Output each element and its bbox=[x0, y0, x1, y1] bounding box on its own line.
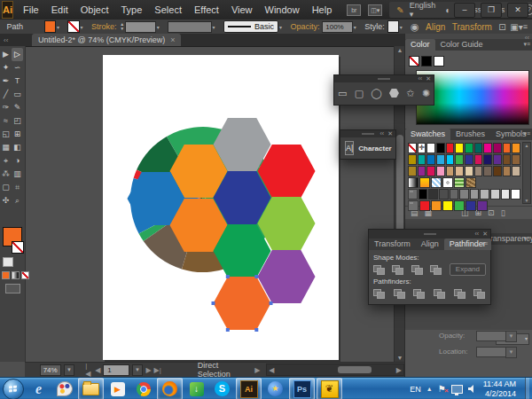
menu-window[interactable]: Window bbox=[259, 0, 306, 20]
align-button[interactable]: Align bbox=[426, 22, 445, 32]
gradient-location-field[interactable] bbox=[476, 347, 506, 357]
collapse-icon[interactable]: ‹‹ bbox=[379, 130, 384, 137]
swatch[interactable] bbox=[419, 200, 430, 211]
swatch[interactable] bbox=[442, 177, 453, 188]
swatch[interactable] bbox=[426, 154, 435, 165]
screen-mode-button[interactable] bbox=[5, 284, 20, 293]
swatch[interactable] bbox=[490, 189, 500, 200]
swatch[interactable] bbox=[474, 166, 483, 176]
tab-transform[interactable]: Transform bbox=[369, 239, 416, 250]
anchor-point[interactable] bbox=[226, 328, 230, 332]
unite-icon[interactable] bbox=[373, 264, 384, 275]
artboard-tool[interactable]: ▢ bbox=[0, 181, 12, 194]
swatch[interactable] bbox=[428, 189, 438, 200]
isolate-selection-icon[interactable]: ▣▾ bbox=[510, 22, 522, 32]
tab-close-icon[interactable]: × bbox=[170, 35, 175, 44]
magic-wand-tool[interactable]: ✦ bbox=[0, 61, 12, 74]
swatch[interactable] bbox=[419, 189, 428, 200]
stroke-weight-stepper[interactable]: ▲▼ bbox=[120, 22, 124, 31]
swatch[interactable] bbox=[466, 200, 476, 211]
stroke-color-swatch[interactable] bbox=[67, 20, 79, 33]
star-icon[interactable]: ✩ bbox=[406, 88, 414, 99]
zoom-tool[interactable]: ⌕ bbox=[12, 194, 23, 207]
windows-explorer-icon[interactable] bbox=[78, 378, 104, 399]
show-desktop-button[interactable] bbox=[525, 378, 529, 399]
line-segment-tool[interactable]: ╱ bbox=[0, 88, 12, 101]
swatch[interactable] bbox=[511, 189, 520, 200]
pencil-tool[interactable]: ✎ bbox=[12, 101, 23, 114]
hand-tool[interactable]: ✣ bbox=[0, 194, 12, 207]
swatch[interactable] bbox=[455, 166, 464, 176]
brush-definition-dropdown[interactable]: Basic bbox=[223, 20, 278, 33]
slice-tool[interactable]: ⌗ bbox=[12, 181, 23, 194]
close-button[interactable]: ✕ bbox=[507, 3, 528, 18]
outline-icon[interactable] bbox=[454, 288, 466, 299]
swatch[interactable]: ✛ bbox=[418, 143, 426, 153]
tab-brushes[interactable]: Brushes bbox=[450, 129, 490, 140]
color-group-folder-icon[interactable] bbox=[408, 200, 419, 211]
swatch[interactable] bbox=[426, 143, 435, 153]
tab-swatches[interactable]: Swatches bbox=[405, 129, 450, 140]
gradient-fill-button[interactable] bbox=[12, 271, 20, 279]
collapse-icon[interactable]: ‹‹ bbox=[418, 75, 422, 82]
panel-menu-icon[interactable]: ▾≡ bbox=[523, 130, 530, 137]
menu-edit[interactable]: Edit bbox=[45, 0, 74, 20]
crop-icon[interactable] bbox=[434, 288, 446, 299]
minus-back-icon[interactable] bbox=[473, 288, 486, 299]
yellow-app-icon[interactable]: ❦ bbox=[317, 378, 342, 399]
style-dropdown-icon[interactable]: ▾ bbox=[400, 24, 403, 30]
swatch[interactable] bbox=[431, 200, 442, 211]
shapes-toolbar-titlebar[interactable]: ‹‹✕ bbox=[334, 75, 434, 82]
width-profile-dropdown-icon[interactable]: ▾ bbox=[213, 24, 215, 30]
swatch[interactable] bbox=[493, 166, 502, 176]
first-artboard-icon[interactable]: |◀ bbox=[85, 362, 92, 378]
swatch[interactable] bbox=[503, 154, 512, 165]
drag-grip[interactable] bbox=[362, 133, 374, 135]
swatch[interactable] bbox=[446, 154, 455, 165]
fill-dropdown-icon[interactable]: ▾ bbox=[57, 24, 59, 30]
color-fill-button[interactable] bbox=[2, 271, 10, 279]
bridge-icon[interactable]: br bbox=[347, 4, 361, 16]
menu-view[interactable]: View bbox=[225, 0, 259, 20]
swatch[interactable] bbox=[455, 143, 464, 153]
column-graph-tool[interactable]: ▥ bbox=[12, 168, 23, 181]
scroll-right-icon[interactable]: ▶ bbox=[396, 366, 402, 374]
swatch[interactable] bbox=[483, 166, 492, 176]
collapse-icon[interactable]: ‹‹ bbox=[474, 230, 479, 239]
swatch[interactable] bbox=[455, 154, 464, 165]
selection-tool[interactable]: ▶ bbox=[0, 48, 12, 61]
tab-color-guide[interactable]: Color Guide bbox=[435, 39, 489, 51]
hidden-icons-chevron[interactable]: ▲ bbox=[426, 386, 433, 392]
panel-menu-icon[interactable]: ▾≡ bbox=[523, 41, 530, 48]
swatch[interactable] bbox=[436, 166, 445, 176]
artwork-canvas[interactable] bbox=[103, 55, 339, 360]
gradient-opacity-field[interactable] bbox=[476, 331, 506, 341]
action-center-icon[interactable]: ⚑ bbox=[438, 384, 446, 394]
transform-button[interactable]: Transform bbox=[452, 22, 492, 32]
firefox-icon[interactable] bbox=[157, 378, 183, 399]
swatch[interactable] bbox=[465, 166, 473, 176]
clock[interactable]: 11:44 AM 4/2/2014 bbox=[483, 379, 516, 399]
language-indicator[interactable]: EN bbox=[410, 385, 421, 394]
divide-icon[interactable] bbox=[373, 288, 386, 299]
tab-color[interactable]: Color bbox=[405, 39, 435, 51]
opacity-field[interactable]: 100% bbox=[322, 21, 353, 33]
swatch[interactable] bbox=[465, 143, 473, 153]
anchor-point[interactable] bbox=[270, 301, 273, 305]
swatch[interactable] bbox=[454, 177, 465, 188]
shape-builder-tool[interactable]: ◱ bbox=[0, 128, 12, 141]
panel-menu-icon[interactable]: ▾≡ bbox=[523, 235, 530, 242]
close-icon[interactable]: ✕ bbox=[482, 230, 488, 239]
color-swatch[interactable] bbox=[434, 56, 444, 66]
chrome-icon[interactable] bbox=[131, 379, 155, 399]
eyedropper-tool[interactable]: ⌖ bbox=[0, 154, 12, 168]
swatch[interactable] bbox=[408, 154, 417, 165]
menu-help[interactable]: Help bbox=[306, 0, 339, 20]
download-manager-icon[interactable]: ↓ bbox=[184, 379, 208, 399]
swatch[interactable] bbox=[466, 177, 476, 188]
pen-tool[interactable]: ✒ bbox=[0, 74, 12, 88]
stroke-weight-dropdown-icon[interactable]: ▾ bbox=[157, 24, 160, 30]
gradient-opacity-dropdown-icon[interactable]: ▼ bbox=[505, 331, 517, 342]
photoshop-icon[interactable]: Ps bbox=[289, 378, 315, 399]
swatch[interactable] bbox=[418, 154, 426, 165]
